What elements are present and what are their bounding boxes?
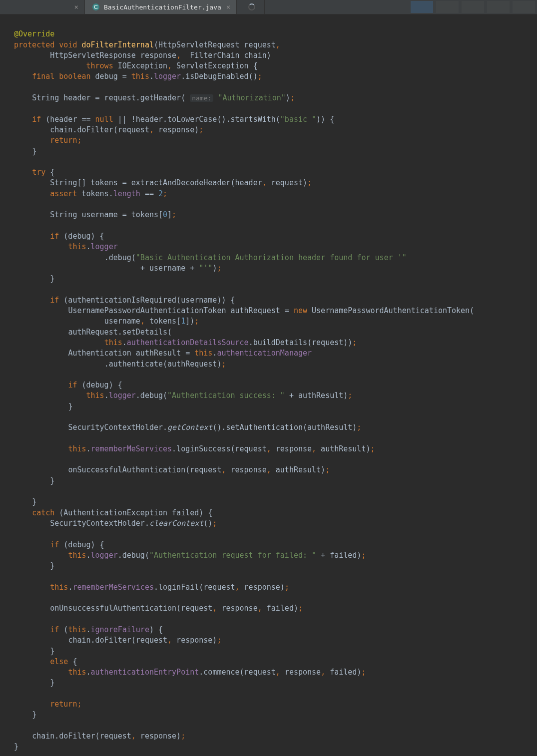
code-token: , xyxy=(321,668,325,677)
code-token: response) xyxy=(172,636,217,645)
code-token: "Authentication success: " xyxy=(167,391,285,400)
code-token: throws xyxy=(86,61,113,70)
code-token: request) xyxy=(267,178,307,187)
code-token: length xyxy=(113,189,140,198)
code-token: ; xyxy=(307,178,312,187)
code-token: String username = tokens[ xyxy=(50,210,163,219)
code-token: doFilterInternal xyxy=(81,40,154,49)
code-token: authRequest.setDetails( xyxy=(68,328,172,337)
tab-loading[interactable] xyxy=(237,0,265,14)
code-token: else xyxy=(50,657,68,666)
code-token: (HttpServletRequest request xyxy=(154,40,276,49)
toolbar-button[interactable] xyxy=(411,1,433,13)
code-token: authResult) xyxy=(316,444,370,453)
code-token: . xyxy=(86,242,91,251)
code-token: , xyxy=(262,178,267,187)
toolbar-button[interactable] xyxy=(462,1,484,13)
code-token: ().setAuthentication(authResult) xyxy=(212,423,357,432)
code-token: , xyxy=(276,668,280,677)
code-token: ; xyxy=(217,264,221,273)
code-token: ; xyxy=(217,636,221,645)
code-token: } xyxy=(32,710,36,719)
code-token: protected xyxy=(14,40,54,49)
code-token: rememberMeServices xyxy=(91,444,172,453)
code-token: (authenticationIsRequired(username)) { xyxy=(59,296,235,305)
code-token: ; xyxy=(325,465,330,474)
code-token: .debug( xyxy=(104,253,136,262)
code-token: { xyxy=(68,657,77,666)
code-token: failed) xyxy=(325,668,361,677)
code-token: 2 xyxy=(158,189,163,198)
code-token: logger xyxy=(154,72,181,81)
code-token: )) { xyxy=(316,115,334,124)
code-token: } xyxy=(32,147,36,156)
code-token: new xyxy=(294,306,307,315)
code-token: authenticationManager xyxy=(217,349,312,358)
code-token: 1 xyxy=(181,317,185,326)
code-token: authenticationDetailsSource xyxy=(127,338,249,347)
code-token: if xyxy=(50,540,59,549)
code-token: .loginFail(request xyxy=(154,583,235,592)
code-token: response) xyxy=(154,125,199,134)
code-token: (debug) { xyxy=(59,232,104,241)
code-token: catch xyxy=(32,508,54,517)
code-token: logger xyxy=(109,391,136,400)
code-token: ServletException { xyxy=(172,61,258,70)
code-token: response) xyxy=(240,583,285,592)
code-token: ; xyxy=(290,93,295,102)
code-token: this xyxy=(68,242,86,251)
code-token: .debug( xyxy=(118,551,149,560)
code-token: , xyxy=(235,583,240,592)
code-token: (debug) { xyxy=(59,540,104,549)
code-token: String header = request.getHeader( xyxy=(32,93,185,102)
code-token: ; xyxy=(352,338,357,347)
code-token: , xyxy=(131,732,136,741)
tab-label: BasicAuthenticationFilter.java xyxy=(104,3,221,11)
code-token: .loginSuccess(request xyxy=(172,444,267,453)
code-token: ; xyxy=(258,72,262,81)
code-token: this xyxy=(194,349,212,358)
code-token: , xyxy=(149,125,154,134)
close-icon[interactable]: × xyxy=(225,3,231,11)
code-token: ; xyxy=(199,125,203,134)
code-token: ; xyxy=(221,360,226,369)
code-token: , xyxy=(167,636,172,645)
tab-inactive[interactable]: × xyxy=(0,0,85,14)
code-token: . xyxy=(86,625,91,634)
code-token: response xyxy=(226,465,266,474)
toolbar-button[interactable] xyxy=(436,1,459,13)
code-token: () xyxy=(203,519,212,528)
code-token: } xyxy=(50,678,54,687)
code-token: return; xyxy=(50,700,81,709)
code-token: chain.doFilter(request xyxy=(68,636,167,645)
toolbar-button[interactable] xyxy=(487,1,510,13)
code-token: this xyxy=(68,444,86,453)
spinner-icon xyxy=(248,3,255,10)
code-token: + username + xyxy=(140,264,199,273)
code-token: String[] tokens = extractAndDecodeHeader… xyxy=(50,178,262,187)
code-token: . xyxy=(122,338,127,347)
code-token: failed) xyxy=(262,604,298,613)
code-token: chain.doFilter(request xyxy=(32,732,131,741)
code-token: || !header.toLowerCase().startsWith( xyxy=(113,115,280,124)
parameter-hint: name: xyxy=(190,94,213,102)
code-token: clearContext xyxy=(149,519,203,528)
code-editor[interactable]: @Override protected void doFilterInterna… xyxy=(0,14,537,756)
close-icon[interactable]: × xyxy=(73,3,79,11)
code-token: ; xyxy=(370,444,375,453)
code-token: authenticationEntryPoint xyxy=(91,668,199,677)
toolbar-button[interactable] xyxy=(513,1,535,13)
code-token: , xyxy=(258,604,262,613)
svg-text:C: C xyxy=(94,4,98,10)
code-token: null xyxy=(95,115,113,124)
code-token: logger xyxy=(91,242,118,251)
code-token: ) xyxy=(286,93,290,102)
code-token: . xyxy=(149,72,154,81)
code-token: (debug) { xyxy=(77,380,122,389)
code-token: .isDebugEnabled() xyxy=(181,72,258,81)
tab-basic-authentication-filter[interactable]: C BasicAuthenticationFilter.java × xyxy=(85,0,237,14)
code-token: boolean xyxy=(59,72,90,81)
code-token: this xyxy=(68,668,86,677)
code-token: tokens[ xyxy=(145,317,181,326)
toolbar-right xyxy=(411,0,537,14)
